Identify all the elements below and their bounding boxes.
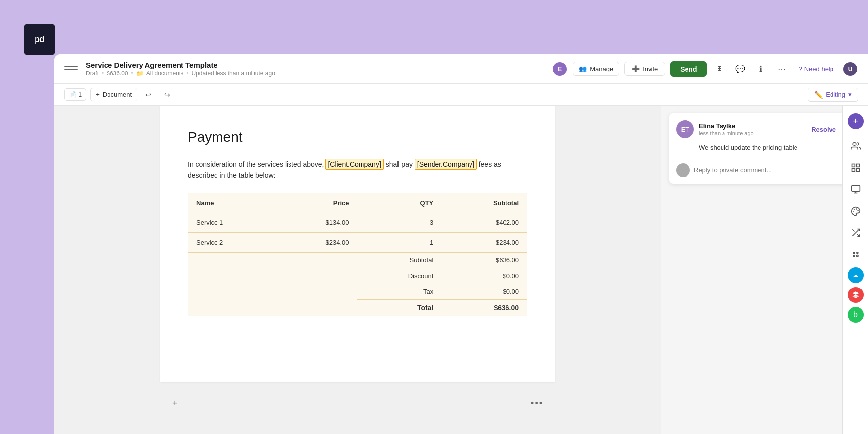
info-icon[interactable]: ℹ [753, 61, 769, 77]
tax-label: Tax [357, 284, 441, 299]
user-avatar: E [552, 61, 568, 77]
page-count: 1 [78, 91, 82, 98]
comment-card: ET Elina Tsylke less than a minute ago R… [669, 113, 860, 184]
svg-rect-5 [851, 186, 860, 192]
add-page-button[interactable]: + [172, 398, 178, 409]
intro-text-before: In consideration of the services listed … [188, 160, 324, 168]
right-panel: ET Elina Tsylke less than a minute ago R… [661, 106, 868, 434]
invite-icon: ➕ [632, 65, 640, 72]
total-value: $636.00 [441, 299, 527, 316]
svg-point-8 [856, 209, 856, 209]
comment-text: We should update the pricing table [676, 143, 853, 153]
editor-window: Service Delivery Agreement Template Draf… [54, 54, 868, 434]
invite-button[interactable]: ➕ Invite [624, 62, 665, 76]
need-help-button[interactable]: ? Need help [795, 62, 837, 75]
subtotal-row: Subtotal $636.00 [188, 252, 527, 268]
svg-point-0 [853, 143, 856, 146]
total-label: Total [357, 299, 441, 316]
svg-rect-1 [852, 164, 855, 167]
commenter-name: Elina Tsylke [699, 122, 802, 130]
users-rail-icon[interactable] [847, 137, 865, 155]
manage-button[interactable]: 👥 Manage [573, 62, 619, 76]
service1-price: $134.00 [276, 213, 357, 232]
service1-name: Service 1 [188, 213, 276, 232]
layout-rail-icon[interactable] [847, 181, 865, 198]
draft-status: Draft [86, 70, 99, 77]
grid-rail-icon[interactable] [847, 159, 865, 177]
service2-subtotal: $234.00 [441, 232, 527, 252]
manage-label: Manage [590, 65, 613, 72]
svg-point-10 [854, 209, 854, 210]
svg-line-14 [852, 229, 854, 231]
sender-company-field[interactable]: [Sender.Company] [415, 159, 477, 170]
editing-mode-button[interactable]: ✏️ Editing ▾ [808, 88, 858, 102]
add-icon[interactable]: + [848, 113, 864, 129]
svg-rect-2 [856, 164, 859, 167]
redo-button[interactable]: ↪ [160, 87, 175, 102]
salesforce-icon[interactable]: ☁ [848, 267, 864, 283]
document-area: Payment In consideration of the services… [54, 106, 661, 434]
table-row: Service 2 $234.00 1 $234.00 [188, 232, 527, 252]
undo-button[interactable]: ↩ [141, 87, 156, 102]
invite-label: Invite [643, 65, 658, 72]
avatar-group: E [552, 61, 568, 77]
hamburger-button[interactable] [64, 62, 78, 76]
col-name: Name [188, 193, 276, 213]
icon-rail: + ☁ [842, 106, 868, 434]
document-page: Payment In consideration of the services… [160, 106, 555, 382]
resolve-button[interactable]: Resolve [807, 124, 840, 135]
service1-subtotal: $402.00 [441, 213, 527, 232]
document-label: Document [103, 91, 132, 98]
profile-avatar[interactable]: U [842, 61, 858, 77]
svg-point-11 [853, 211, 854, 212]
subtotal-label: Subtotal [357, 252, 441, 268]
col-price: Price [276, 193, 357, 213]
toolbar: 📄 1 + Document ↩ ↪ ✏️ Editing ▾ [54, 84, 868, 106]
pencil-icon: ✏️ [814, 91, 823, 99]
app-logo[interactable]: pd [24, 24, 55, 55]
svg-point-18 [856, 255, 858, 257]
need-help-label: Need help [804, 65, 833, 72]
green-service-icon[interactable]: b [848, 307, 864, 323]
shuffle-rail-icon[interactable] [847, 224, 865, 242]
reply-input[interactable] [694, 166, 853, 174]
eye-icon[interactable]: 👁 [712, 61, 727, 77]
apps-rail-icon[interactable] [847, 246, 865, 263]
document-info: Service Delivery Agreement Template Draf… [86, 61, 544, 77]
comment-header: ET Elina Tsylke less than a minute ago R… [676, 120, 853, 138]
svg-point-15 [853, 252, 855, 253]
table-row: Service 1 $134.00 3 $402.00 [188, 213, 527, 232]
document-title: Service Delivery Agreement Template [86, 61, 544, 69]
service2-qty: 1 [357, 232, 441, 252]
question-icon: ? [798, 65, 802, 72]
total-row: Total $636.00 [188, 299, 527, 316]
subtotal-value: $636.00 [441, 252, 527, 268]
payment-intro: In consideration of the services listed … [188, 159, 527, 181]
bottom-more-button[interactable]: ••• [531, 398, 543, 409]
bottom-bar: + ••• [160, 393, 555, 414]
copy-icon: 📄 [69, 91, 76, 98]
client-company-field[interactable]: [Client.Company] [326, 159, 383, 170]
service1-qty: 3 [357, 213, 441, 232]
logo-text: pd [35, 35, 44, 45]
col-qty: QTY [357, 193, 441, 213]
reply-area [676, 159, 853, 177]
content-area: Payment In consideration of the services… [54, 106, 868, 434]
tax-value: $0.00 [441, 284, 527, 299]
add-document-button[interactable]: + Document [90, 88, 137, 101]
editing-label: Editing [826, 91, 845, 98]
chat-icon[interactable]: 💬 [732, 61, 748, 77]
doc-location: All documents [146, 70, 183, 77]
send-button[interactable]: Send [670, 61, 707, 77]
chevron-down-icon: ▾ [848, 91, 852, 98]
palette-rail-icon[interactable] [847, 202, 865, 220]
doc-updated: Updated less than a minute ago [191, 70, 275, 77]
more-options-button[interactable]: ⋯ [774, 61, 790, 77]
svg-rect-4 [856, 169, 859, 172]
document-meta: Draft • $636.00 • 📁 All documents • Upda… [86, 70, 544, 77]
payment-table-wrapper: Name Price QTY Subtotal Service 1 $134.0… [188, 193, 527, 316]
buildhub-icon[interactable] [848, 287, 864, 303]
top-bar-actions: E 👥 Manage ➕ Invite Send 👁 💬 ℹ ⋯ ? Need … [552, 61, 858, 77]
tax-row: Tax $0.00 [188, 284, 527, 299]
page-indicator: 📄 1 [64, 88, 86, 101]
